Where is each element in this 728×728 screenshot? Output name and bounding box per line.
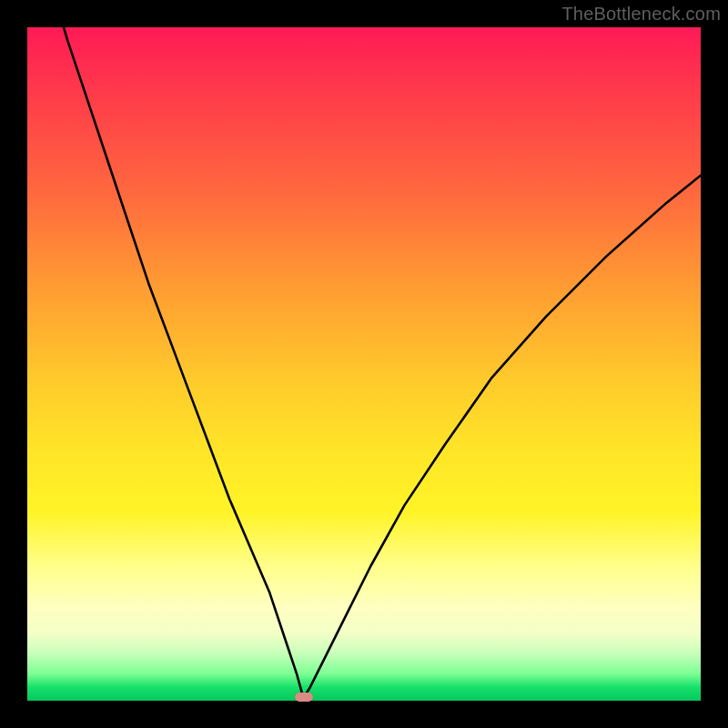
bottleneck-curve-path [27,0,701,698]
chart-frame: TheBottleneck.com [0,0,728,728]
chart-plot-area [27,27,701,701]
bottleneck-curve [27,27,701,701]
minimum-marker [295,693,313,702]
watermark-text: TheBottleneck.com [561,4,721,25]
